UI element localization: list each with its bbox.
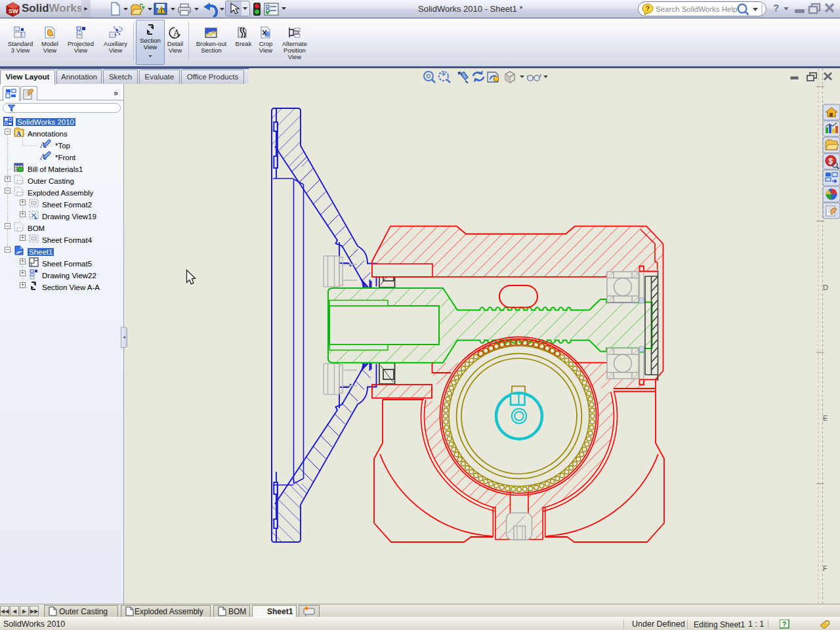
svg-text:SW: SW (9, 8, 18, 14)
svg-text:F: F (823, 564, 828, 572)
svg-text:?: ? (646, 5, 650, 12)
svg-text:A: A (16, 130, 22, 137)
svg-text:D: D (823, 284, 828, 291)
svg-text:A: A (173, 28, 180, 38)
svg-text:!: ! (161, 7, 163, 14)
svg-text:?: ? (782, 621, 786, 628)
svg-text:E: E (823, 414, 828, 422)
